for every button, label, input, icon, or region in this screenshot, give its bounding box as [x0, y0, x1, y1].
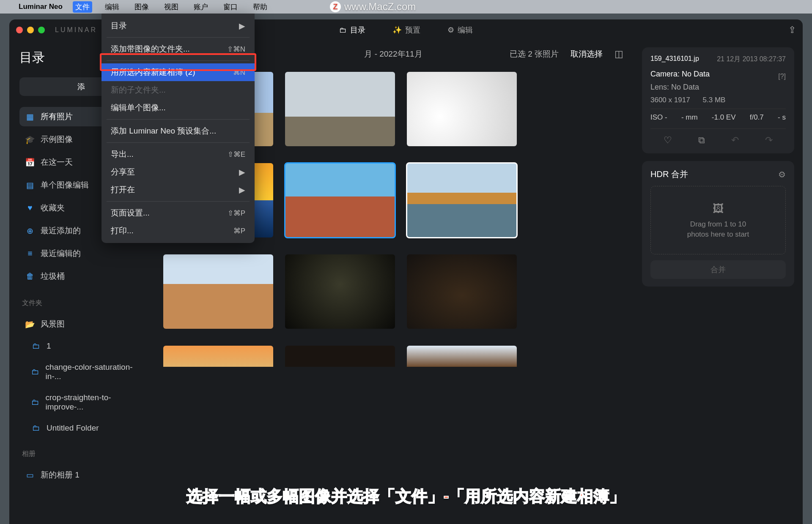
info-card: 159_4316101.jp 21 12月 2013 08:27:37 Came…	[642, 47, 794, 153]
thumbnail[interactable]	[407, 346, 517, 367]
dd-export[interactable]: 导出...⇧⌘E	[102, 145, 255, 163]
gear-icon[interactable]: ⚙	[778, 169, 786, 180]
thumbnail[interactable]	[285, 72, 395, 146]
watermark: Z www.MacZ.com	[330, 0, 416, 14]
sidebar-item-recent-edited[interactable]: ≡最近编辑的	[19, 244, 143, 263]
menu-file[interactable]: 文件	[73, 1, 92, 13]
traffic-lights	[16, 27, 45, 33]
dd-new-album-from-selection[interactable]: 用所选内容新建相簿 (2)⌘N	[102, 63, 255, 81]
selection-count: 已选 2 张照片	[510, 49, 559, 60]
thumbnail-selected[interactable]	[407, 163, 517, 237]
calendar-icon: 📅	[25, 158, 35, 167]
grid-icon: ▦	[25, 112, 35, 122]
watermark-icon: Z	[330, 1, 341, 12]
rotate-ccw-icon[interactable]: ↶	[731, 135, 739, 146]
info-dimensions: 3600 x 1917	[650, 96, 690, 104]
folder-icon: 🗀	[31, 398, 39, 407]
dd-new-subfolder: 新的子文件夹...	[102, 81, 255, 99]
heart-icon: ♥	[25, 203, 35, 213]
tab-edit[interactable]: ⚙编辑	[442, 22, 478, 38]
info-datetime: 21 12月 2013 08:27:37	[717, 55, 786, 64]
copy-icon[interactable]: ⧉	[698, 135, 705, 146]
folder-icon: 🗀	[31, 367, 40, 377]
dd-separator	[107, 60, 250, 61]
rotate-cw-icon[interactable]: ↷	[765, 135, 773, 146]
thumbnail[interactable]	[163, 254, 273, 329]
menu-account[interactable]: 账户	[191, 1, 211, 13]
close-icon[interactable]	[16, 27, 23, 33]
fullscreen-icon[interactable]	[38, 27, 45, 33]
section-folders-label: 文件夹	[22, 299, 143, 308]
menu-window[interactable]: 窗口	[221, 1, 240, 13]
folder-item[interactable]: 🗀change-color-saturation-in-...	[19, 358, 143, 385]
thumbnail[interactable]	[407, 72, 517, 146]
info-lens: Lens: No Data	[650, 83, 786, 92]
menu-help[interactable]: 帮助	[250, 1, 270, 13]
hdr-title: HDR 合并	[650, 169, 688, 180]
plus-circle-icon: ⊕	[25, 226, 35, 236]
folder-icon: 🗀	[339, 26, 347, 35]
menubar-app-name[interactable]: Luminar Neo	[19, 3, 63, 11]
section-albums-label: 相册	[22, 450, 143, 458]
folder-icon: 🗀	[31, 423, 41, 433]
top-tabs: 🗀目录 ✨预置 ⚙编辑	[334, 22, 478, 38]
trash-icon: 🗑	[25, 272, 35, 281]
file-dropdown-menu: 目录▶ 添加带图像的文件夹...⇧⌘N 用所选内容新建相簿 (2)⌘N 新的子文…	[102, 14, 255, 243]
exif-row: ISO -- mm-1.0 EVf/0.7- s	[650, 109, 786, 122]
menu-view[interactable]: 视图	[162, 1, 181, 13]
info-filename: 159_4316101.jp	[650, 55, 699, 64]
info-actions: ♡ ⧉ ↶ ↷	[650, 128, 786, 146]
hdr-drop-zone[interactable]: 🖼 Drag from 1 to 10 photos here to start	[650, 186, 786, 254]
dd-page-setup[interactable]: 页面设置...⇧⌘P	[102, 204, 255, 222]
hdr-merge-button[interactable]: 合并	[650, 260, 786, 279]
layout-icon: ▤	[25, 180, 35, 190]
watermark-text: www.MacZ.com	[344, 1, 416, 13]
minimize-icon[interactable]	[27, 27, 34, 33]
thumbnail[interactable]	[407, 254, 517, 329]
folder-item[interactable]: 📂风景图	[19, 314, 143, 334]
dd-separator	[107, 119, 250, 120]
dd-print[interactable]: 打印...⌘P	[102, 222, 255, 240]
sidebar-item-trash[interactable]: 🗑垃圾桶	[19, 267, 143, 286]
folder-item[interactable]: 🗀crop-straighten-to-improve-...	[19, 389, 143, 416]
tab-catalog[interactable]: 🗀目录	[334, 22, 370, 38]
images-icon: 🖼	[655, 201, 781, 216]
date-range-label: 月 - 2022年11月	[364, 49, 422, 60]
tab-presets[interactable]: ✨预置	[387, 22, 425, 38]
app-logo: LUMINAR	[55, 26, 97, 34]
favorite-icon[interactable]: ♡	[664, 135, 672, 146]
thumbnail[interactable]	[163, 346, 273, 367]
help-icon[interactable]: [?]	[778, 73, 786, 80]
right-panel: 159_4316101.jp 21 12月 2013 08:27:37 Came…	[634, 41, 803, 524]
folder-icon: 🗀	[31, 341, 41, 351]
dd-add-folder[interactable]: 添加带图像的文件夹...⇧⌘N	[102, 40, 255, 58]
dd-separator	[107, 37, 250, 38]
deselect-button[interactable]: 取消选择	[571, 49, 603, 60]
sparkle-icon: ✨	[392, 25, 402, 35]
dd-catalog[interactable]: 目录▶	[102, 17, 255, 35]
share-icon[interactable]: ⇪	[788, 25, 796, 35]
info-filesize: 5.3 MB	[703, 96, 726, 104]
folder-item[interactable]: 🗀Untitled Folder	[19, 419, 143, 437]
sidebar-toggle-icon[interactable]: ◫	[614, 49, 623, 60]
dd-separator	[107, 201, 250, 202]
dd-separator	[107, 142, 250, 143]
menu-edit[interactable]: 编辑	[102, 1, 122, 13]
menu-image[interactable]: 图像	[132, 1, 151, 13]
chevron-right-icon: ▶	[239, 21, 245, 31]
chevron-right-icon: ▶	[239, 167, 245, 177]
dd-add-presets[interactable]: 添加 Luminar Neo 预设集合...	[102, 122, 255, 140]
thumbnail[interactable]	[285, 254, 395, 329]
album-item[interactable]: ▭新的相册 1	[19, 465, 143, 485]
folder-item[interactable]: 🗀1	[19, 337, 143, 355]
hdr-card: HDR 合并 ⚙ 🖼 Drag from 1 to 10 photos here…	[642, 161, 794, 287]
dd-edit-single-image[interactable]: 编辑单个图像...	[102, 99, 255, 117]
sliders-icon: ≡	[25, 249, 35, 258]
dd-open-in[interactable]: 打开在▶	[102, 181, 255, 199]
thumbnail-selected[interactable]	[285, 163, 395, 237]
info-camera: Camera: No Data	[650, 70, 710, 79]
tutorial-caption: 选择一幅或多幅图像并选择「文件」-「用所选内容新建相簿」	[187, 486, 626, 507]
dd-share-to[interactable]: 分享至▶	[102, 163, 255, 181]
chevron-right-icon: ▶	[239, 185, 245, 195]
thumbnail[interactable]	[285, 346, 395, 367]
